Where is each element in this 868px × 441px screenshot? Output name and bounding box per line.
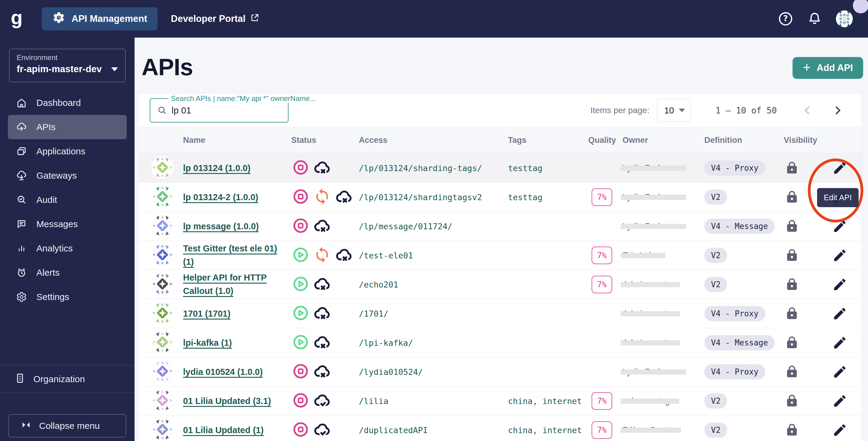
api-name-link[interactable]: lp 013124-2 (1.0.0): [183, 190, 288, 204]
api-name-link[interactable]: 1701 (1701): [183, 306, 288, 320]
definition-badge: V2: [704, 248, 727, 263]
api-name-link[interactable]: lydia 010524 (1.0.0): [183, 365, 288, 379]
edit-api-button[interactable]: [829, 277, 850, 292]
pagination-range: 1 – 10 of 50: [716, 106, 777, 116]
api-name-link[interactable]: lp 013124 (1.0.0): [183, 161, 288, 175]
status-stopped-icon: [292, 421, 309, 439]
sidebar-item-alerts[interactable]: Alerts: [8, 261, 127, 285]
api-name-link[interactable]: 01 Lilia Updated (3.1): [183, 394, 288, 408]
api-table-row[interactable]: Test Gitter (test ele 01) (1) /test-ele0…: [139, 241, 862, 270]
definition-badge: V4 - Proxy: [704, 306, 765, 321]
quality-badge: 7%: [592, 421, 612, 439]
api-picture: [151, 156, 174, 179]
sidebar-item-applications[interactable]: Applications: [8, 139, 127, 164]
api-picture: [151, 331, 174, 354]
search-floating-label: Search APIs | name:"My api *" ownerName.…: [168, 94, 319, 103]
api-status-icons: [292, 333, 331, 352]
api-name-link[interactable]: lp message (1.0.0): [183, 219, 288, 233]
definition-badge: V4 - Proxy: [704, 364, 765, 379]
sidebar-item-settings[interactable]: Settings: [8, 285, 127, 309]
table-toolbar: Search APIs | name:"My api *" ownerName.…: [139, 94, 862, 127]
edit-api-button[interactable]: [829, 189, 850, 205]
api-picture: [151, 360, 174, 383]
home-icon: [14, 97, 29, 108]
sidebar-item-gateways[interactable]: Gateways: [8, 164, 127, 188]
api-tags: china, internet: [508, 425, 582, 435]
visibility-lock-icon: [781, 306, 803, 321]
status-not-deployed-icon: [313, 217, 331, 236]
api-name-link[interactable]: lpi-kafka (1): [183, 336, 288, 349]
api-table-row[interactable]: lp 013124 (1.0.0) /lp/013124/sharding-ta…: [139, 153, 862, 183]
search-field[interactable]: Search APIs | name:"My api *" ownerName.…: [150, 98, 288, 122]
sidebar: Environment fr-apim-master-dev Dashboard…: [0, 38, 134, 441]
status-out-of-sync-icon: [313, 246, 331, 265]
edit-api-button[interactable]: [829, 219, 850, 234]
table-header-row: NameStatusAccessTagsQualityOwnerDefiniti…: [139, 127, 862, 153]
edit-api-button[interactable]: [829, 422, 850, 438]
items-per-page-value: 10: [664, 106, 674, 116]
sidebar-item-label: Settings: [36, 292, 69, 302]
edit-api-button[interactable]: [829, 248, 850, 263]
api-owner: Lydia Pederson: [622, 163, 681, 173]
edit-api-button[interactable]: [829, 160, 850, 176]
api-avatar: [151, 360, 174, 384]
api-table-row[interactable]: 01 Lilia Updated (1) /duplicatedAPI chin…: [139, 415, 862, 441]
api-name-link[interactable]: Helper API for HTTP Callout (1.0): [183, 271, 288, 298]
edit-api-button[interactable]: [829, 393, 850, 409]
edit-api-button[interactable]: [829, 364, 850, 379]
api-avatar: [151, 418, 174, 441]
sidebar-item-audit[interactable]: Audit: [8, 188, 127, 212]
status-not-deployed-icon: [335, 246, 353, 265]
collapse-menu-button[interactable]: Collapse menu: [8, 414, 126, 437]
notifications-bell-button[interactable]: [807, 11, 823, 27]
developer-portal-link[interactable]: Developer Portal: [171, 13, 259, 25]
add-api-button[interactable]: + Add API: [793, 57, 863, 79]
sidebar-nav: Dashboard APIs Applications Gateways Aud…: [0, 91, 134, 309]
visibility-lock-icon: [781, 277, 803, 292]
sidebar-item-messages[interactable]: Messages: [8, 212, 127, 236]
api-management-switcher[interactable]: API Management: [42, 7, 158, 30]
api-table-row[interactable]: lp 013124-2 (1.0.0) /lp/013124/shardingt…: [139, 183, 862, 212]
api-avatar: [151, 272, 174, 297]
next-page-button[interactable]: [830, 103, 845, 118]
sidebar-item-organization[interactable]: Organization: [8, 365, 127, 393]
sidebar-item-dashboard[interactable]: Dashboard: [8, 91, 127, 115]
api-access-path: /lp/013124/sharding-tags/: [359, 163, 482, 173]
column-header-tags: Tags: [508, 136, 526, 145]
previous-page-button[interactable]: [800, 103, 815, 118]
api-table-row[interactable]: 1701 (1701) /1701/ Admin master V4 - Pro…: [139, 299, 862, 328]
api-table-row[interactable]: lp message (1.0.0) /lp/message/011724/ L…: [139, 212, 862, 241]
top-navigation-bar: g API Management Developer Portal ?: [0, 0, 868, 38]
definition-badge: V2: [704, 393, 727, 409]
organization-label: Organization: [33, 374, 85, 384]
api-name-link[interactable]: 01 Lilia Updated (1): [183, 423, 288, 437]
api-table-row[interactable]: Helper API for HTTP Callout (1.0) /echo2…: [139, 270, 862, 299]
api-status-icons: [292, 304, 331, 323]
user-avatar[interactable]: [836, 10, 853, 27]
column-header-owner: Owner: [622, 136, 648, 145]
gravitee-logo: g: [0, 8, 33, 30]
api-name-link[interactable]: Test Gitter (test ele 01) (1): [183, 242, 288, 269]
environment-selector[interactable]: Environment fr-apim-master-dev: [9, 49, 125, 82]
api-table-row[interactable]: 01 Lilia Updated (3.1) /lilia china, int…: [139, 386, 862, 415]
api-owner: Lydia Pederson: [622, 222, 681, 231]
definition-badge: V2: [704, 422, 727, 438]
sidebar-item-label: Gateways: [36, 171, 77, 181]
edit-api-button[interactable]: [829, 306, 850, 321]
api-table-row[interactable]: lpi-kafka (1) /lpi-kafka/ Admin master V…: [139, 328, 862, 357]
sidebar-item-analytics[interactable]: Analytics: [8, 236, 127, 261]
search-input[interactable]: [172, 105, 272, 116]
status-stopped-icon: [292, 363, 309, 381]
status-started-icon: [292, 304, 309, 323]
api-tags: testtag: [508, 163, 542, 173]
status-not-deployed-icon: [335, 188, 353, 207]
api-status-icons: [292, 158, 331, 177]
developer-portal-label: Developer Portal: [171, 13, 246, 24]
help-button[interactable]: ?: [778, 11, 794, 27]
sidebar-item-label: Audit: [36, 195, 57, 205]
edit-api-button[interactable]: [829, 335, 850, 350]
sidebar-item-apis[interactable]: APIs: [8, 115, 127, 139]
api-table-row[interactable]: lydia 010524 (1.0.0) /lydia010524/ Lydia…: [139, 357, 862, 386]
items-per-page-select[interactable]: 10: [657, 99, 691, 122]
api-avatar: [151, 389, 174, 413]
